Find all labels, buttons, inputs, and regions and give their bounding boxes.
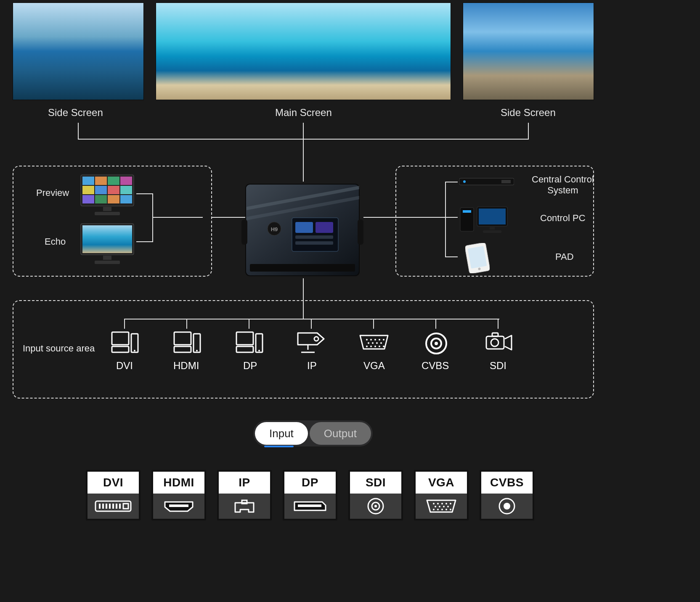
input-drop-dvi [124,319,125,329]
io-card-hdmi: HDMI [151,470,206,520]
ip-source-label: IP [307,360,317,372]
io-card-vga-label: VGA [416,472,467,494]
svg-point-102 [437,509,439,510]
cvbs-connector-icon [497,496,517,516]
input-drop-hdmi [186,319,187,329]
svg-point-65 [380,342,382,344]
io-card-dp-label: DP [284,472,336,494]
svg-rect-85 [123,504,128,509]
svg-rect-14 [95,212,120,215]
cvbs-source-label: CVBS [422,360,449,372]
dp-source-label: DP [243,360,257,372]
svg-rect-4 [120,177,132,185]
svg-point-66 [366,346,368,347]
svg-rect-9 [82,195,94,203]
left-inner-h-bot [136,241,153,242]
svg-rect-54 [256,334,262,352]
svg-point-107 [504,503,510,510]
io-card-vga: VGA [414,470,469,520]
svg-rect-52 [236,332,253,345]
left-inner-out [152,217,203,218]
svg-rect-27 [241,219,247,245]
svg-rect-12 [120,195,132,203]
svg-rect-34 [501,180,511,183]
svg-point-91 [374,505,377,507]
svg-point-105 [450,509,451,510]
svg-rect-7 [108,186,119,194]
tab-input[interactable]: Input [255,422,308,445]
svg-point-55 [258,350,260,351]
svg-point-63 [372,342,374,344]
svg-point-104 [445,509,447,510]
input-drop-dp [249,319,249,329]
svg-rect-78 [99,504,101,509]
pad-icon [465,243,490,273]
svg-rect-17 [103,256,111,260]
cvbs-source-icon [424,331,448,356]
side-screen-left-label: Side Screen [48,107,103,119]
dvi-source-label: DVI [116,360,133,372]
control-pc-icon [459,204,510,234]
svg-rect-46 [131,334,138,352]
vga-source-icon [357,332,391,352]
hdmi-connector-icon [162,499,195,514]
svg-point-60 [379,339,380,341]
svg-rect-11 [108,195,119,203]
svg-rect-23 [295,222,313,233]
central-device: H9 [241,182,363,278]
svg-point-73 [435,342,438,345]
sdi-connector-icon [366,496,386,516]
svg-rect-25 [295,235,333,239]
io-card-dvi: DVI [86,470,141,520]
left-inner-v [152,193,153,242]
vga-connector-icon [424,498,459,515]
svg-point-93 [437,503,439,504]
main-screen-image [156,3,451,100]
dvi-connector-icon [95,499,132,514]
svg-rect-76 [492,333,498,336]
svg-rect-28 [358,219,363,245]
echo-label: Echo [45,236,66,247]
input-drop-sdi [498,319,498,329]
svg-rect-36 [463,210,471,213]
sdi-source-icon [482,330,515,355]
screen-conn-right-v [528,123,529,140]
svg-point-56 [314,337,318,341]
svg-point-61 [383,339,384,341]
hdmi-source-label: HDMI [173,360,199,372]
svg-point-100 [447,506,449,507]
io-card-dvi-label: DVI [88,472,139,494]
svg-rect-49 [174,346,191,352]
svg-rect-44 [112,332,129,345]
svg-rect-10 [95,195,107,203]
input-source-area-title: Input source area [23,343,95,354]
svg-point-47 [134,350,135,351]
tab-output[interactable]: Output [310,422,371,445]
main-screen-label: Main Screen [275,107,332,119]
svg-rect-1 [82,177,94,185]
svg-rect-18 [95,261,120,264]
svg-rect-13 [103,207,111,211]
svg-point-64 [376,342,378,344]
central-control-system-icon [459,177,514,187]
side-screen-right-image [463,3,594,100]
svg-rect-8 [120,186,132,194]
preview-monitor-icon [80,174,135,216]
dp-connector-icon [292,499,328,513]
io-card-ip: IP [217,470,272,520]
echo-monitor-icon [80,223,135,265]
preview-label: Preview [36,187,69,198]
tab-active-underline [264,446,294,447]
svg-point-97 [435,506,436,507]
svg-point-68 [374,346,376,347]
sdi-source-label: SDI [490,360,506,372]
dp-source-icon [235,330,264,355]
svg-rect-3 [108,177,119,185]
io-tabs: Input Output [253,420,373,446]
svg-rect-81 [109,504,111,509]
svg-rect-83 [116,504,117,509]
svg-rect-82 [112,504,114,509]
input-bus [124,319,499,319]
svg-rect-84 [119,504,121,509]
svg-rect-38 [479,209,506,224]
